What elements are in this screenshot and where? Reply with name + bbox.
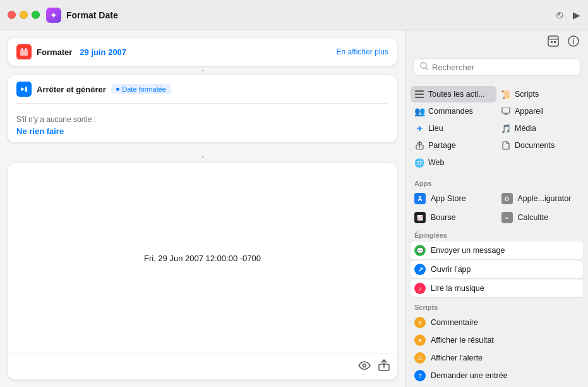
minimize-button[interactable] bbox=[20, 11, 28, 19]
category-documents-label: Documents bbox=[515, 141, 555, 150]
scripts-list: ≡ Commentaire ● Afficher le résultat ⚠ A… bbox=[405, 312, 588, 387]
eye-icon[interactable] bbox=[358, 361, 371, 372]
share-button[interactable]: ⎋ bbox=[556, 9, 563, 22]
calculette-icon: = bbox=[501, 212, 513, 223]
card-header-stop: Arrêter et générer ■ Date formatée bbox=[8, 75, 397, 103]
window-title: Format Date bbox=[66, 10, 556, 20]
category-media[interactable]: 🎵 Média bbox=[497, 120, 583, 137]
category-location[interactable]: ✈ Lieu bbox=[411, 120, 496, 137]
no-action-button[interactable]: Ne rien faire bbox=[16, 126, 388, 136]
script-afficher-resultat[interactable]: ● Afficher le résultat bbox=[411, 331, 583, 349]
svg-rect-13 bbox=[415, 90, 424, 92]
stop-generate-icon bbox=[16, 82, 32, 97]
pinned-section-label: Épinglées bbox=[405, 228, 588, 240]
svg-rect-4 bbox=[25, 87, 27, 92]
pinned-ouvrir[interactable]: ↗ Ouvrir l'app bbox=[411, 261, 583, 278]
location-icon: ✈ bbox=[414, 123, 424, 133]
script-demander-entree[interactable]: ? Demander une entrée bbox=[411, 367, 583, 384]
sidebar-content: Toutes les acti... 📜 Scripts 👥 Commandes bbox=[405, 81, 588, 387]
musique-label: Lire la musique bbox=[431, 284, 484, 293]
output-footer bbox=[8, 353, 397, 379]
category-scripts[interactable]: 📜 Scripts bbox=[497, 86, 583, 102]
resize-handle-1 bbox=[201, 70, 204, 71]
svg-point-11 bbox=[573, 39, 574, 40]
demander-entree-label: Demander une entrée bbox=[431, 371, 508, 380]
message-icon: 💬 bbox=[414, 245, 426, 256]
bourse-icon: 📈 bbox=[414, 212, 426, 223]
close-button[interactable] bbox=[8, 11, 16, 19]
app-appstore[interactable]: A App Store bbox=[411, 190, 496, 207]
cards-area: Formater 29 juin 2007 En afficher plus bbox=[0, 30, 405, 156]
script-afficher-alerte[interactable]: ⚠ Afficher l'alerte bbox=[411, 349, 583, 367]
category-all[interactable]: Toutes les acti... bbox=[411, 86, 496, 102]
output-text: Fri, 29 Jun 2007 12:00:00 -0700 bbox=[144, 254, 261, 263]
titlebar-actions: ⎋ ▶ bbox=[556, 9, 580, 22]
category-commands-label: Commandes bbox=[428, 107, 473, 116]
search-input[interactable] bbox=[432, 63, 573, 72]
commentaire-label: Commentaire bbox=[431, 318, 478, 327]
category-device-label: Appareil bbox=[515, 107, 544, 116]
script-commentaire[interactable]: ≡ Commentaire bbox=[411, 314, 583, 331]
action-card-formater: Formater 29 juin 2007 En afficher plus bbox=[8, 38, 397, 66]
pinned-envoyer[interactable]: 💬 Envoyer un message bbox=[411, 242, 583, 259]
category-documents[interactable]: Documents bbox=[497, 137, 583, 154]
app-icon: ✦ bbox=[46, 8, 61, 23]
no-output-label: S'il n'y a aucune sortie : bbox=[16, 115, 388, 124]
app-calculette[interactable]: = Calcultte bbox=[498, 209, 584, 226]
svg-rect-8 bbox=[551, 41, 553, 43]
traffic-lights bbox=[8, 11, 40, 19]
script-compter[interactable]: Σ Compter bbox=[411, 384, 583, 387]
svg-rect-16 bbox=[502, 108, 510, 113]
documents-icon bbox=[501, 140, 511, 150]
category-web[interactable]: 🌐 Web bbox=[411, 154, 496, 171]
apps-section-label: Apps bbox=[405, 176, 588, 188]
ouvrir-label: Ouvrir l'app bbox=[431, 265, 471, 274]
formater-value: 29 juin 2007 bbox=[80, 47, 126, 57]
store-icon[interactable] bbox=[548, 35, 559, 49]
calendar-icon bbox=[16, 44, 32, 59]
media-icon: 🎵 bbox=[501, 123, 511, 133]
open-app-icon: ↗ bbox=[414, 264, 426, 275]
svg-rect-7 bbox=[548, 36, 558, 46]
app-bourse[interactable]: 📈 Bourse bbox=[411, 209, 496, 226]
sidebar-header bbox=[405, 30, 588, 52]
alerte-icon: ⚠ bbox=[414, 352, 426, 364]
output-area: Fri, 29 Jun 2007 12:00:00 -0700 bbox=[8, 163, 397, 379]
show-more-button[interactable]: En afficher plus bbox=[337, 47, 389, 56]
share-output-icon[interactable] bbox=[378, 359, 390, 374]
envoyer-label: Envoyer un message bbox=[431, 246, 505, 255]
pinned-list: 💬 Envoyer un message ↗ Ouvrir l'app ♪ Li… bbox=[405, 240, 588, 300]
search-icon bbox=[420, 62, 428, 72]
app-configurator[interactable]: ⚙ Apple...igurator bbox=[498, 190, 584, 207]
play-button[interactable]: ▶ bbox=[573, 9, 580, 21]
category-commands[interactable]: 👥 Commandes bbox=[411, 103, 496, 120]
maximize-button[interactable] bbox=[32, 11, 40, 19]
category-share[interactable]: Partage bbox=[411, 137, 496, 154]
music-icon: ♪ bbox=[414, 283, 426, 294]
calculette-label: Calcultte bbox=[518, 213, 549, 222]
search-bar[interactable] bbox=[413, 58, 580, 76]
left-panel: Formater 29 juin 2007 En afficher plus bbox=[0, 30, 405, 387]
info-icon[interactable] bbox=[568, 35, 579, 49]
configurator-label: Apple...igurator bbox=[518, 194, 572, 203]
afficher-alerte-label: Afficher l'alerte bbox=[431, 353, 483, 362]
category-device[interactable]: Appareil bbox=[497, 103, 583, 120]
card-bottom: S'il n'y a aucune sortie : Ne rien faire bbox=[8, 104, 397, 142]
formater-label: Formater bbox=[37, 47, 72, 57]
all-actions-icon bbox=[414, 89, 424, 99]
web-icon: 🌐 bbox=[414, 157, 424, 168]
configurator-icon: ⚙ bbox=[501, 193, 513, 204]
appstore-label: App Store bbox=[431, 194, 466, 203]
category-share-label: Partage bbox=[428, 141, 456, 150]
category-grid: Toutes les acti... 📜 Scripts 👥 Commandes bbox=[405, 83, 588, 176]
card-header-formater: Formater 29 juin 2007 En afficher plus bbox=[8, 38, 397, 66]
category-media-label: Média bbox=[515, 124, 536, 133]
svg-rect-14 bbox=[415, 94, 424, 95]
pinned-musique[interactable]: ♪ Lire la musique bbox=[411, 280, 583, 297]
appstore-icon: A bbox=[414, 193, 426, 204]
resize-handle-2 bbox=[201, 156, 204, 158]
resultat-icon: ● bbox=[414, 335, 426, 346]
category-location-label: Lieu bbox=[428, 124, 443, 133]
bourse-label: Bourse bbox=[431, 213, 456, 222]
action-card-stop: Arrêter et générer ■ Date formatée S'il … bbox=[8, 75, 397, 142]
